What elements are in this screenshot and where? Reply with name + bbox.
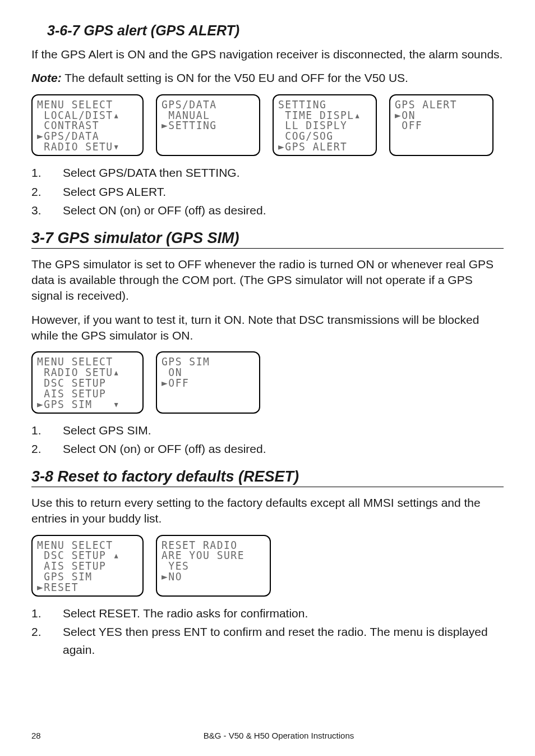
para-38: Use this to return every setting to the … bbox=[31, 495, 504, 527]
step-text: Select GPS SIM. bbox=[63, 424, 151, 437]
lcd-screen: MENU SELECT RADIO SETU▴ DSC SETUP AIS SE… bbox=[31, 351, 144, 413]
lcd-row-367: MENU SELECT LOCAL/DIST▴ CONTRAST ►GPS/DA… bbox=[31, 94, 504, 156]
step-number: 2. bbox=[31, 623, 48, 641]
steps-38: 1.Select RESET. The radio asks for confi… bbox=[31, 604, 504, 659]
step-number: 1. bbox=[31, 164, 48, 182]
step: 1.Select RESET. The radio asks for confi… bbox=[31, 604, 504, 622]
step-number: 3. bbox=[31, 201, 48, 219]
step: 2.Select YES then press ENT to confirm a… bbox=[31, 623, 504, 658]
page: 3-6-7 GPS alert (GPS ALERT) If the GPS A… bbox=[0, 0, 535, 756]
lcd-line: ►NO bbox=[162, 571, 265, 583]
steps-37: 1.Select GPS SIM. 2.Select ON (on) or OF… bbox=[31, 421, 504, 458]
step: 1.Select GPS SIM. bbox=[31, 421, 504, 439]
note-text: The default setting is ON for the V50 EU… bbox=[62, 71, 408, 84]
step-number: 2. bbox=[31, 183, 48, 201]
lcd-line: ►OFF bbox=[162, 377, 255, 389]
step-text: Select RESET. The radio asks for confirm… bbox=[63, 607, 308, 620]
step: 2.Select GPS ALERT. bbox=[31, 183, 504, 201]
step-text: Select GPS ALERT. bbox=[63, 185, 166, 198]
note-label: Note: bbox=[31, 71, 62, 84]
step: 1.Select GPS/DATA then SETTING. bbox=[31, 164, 504, 182]
step-number: 1. bbox=[31, 604, 48, 622]
lcd-screen: MENU SELECT DSC SETUP ▴ AIS SETUP GPS SI… bbox=[31, 535, 144, 597]
heading-3-7: 3-7 GPS simulator (GPS SIM) bbox=[31, 230, 504, 249]
lcd-screen: RESET RADIO ARE YOU SURE YES ►NO bbox=[156, 535, 271, 597]
para-367: If the GPS Alert is ON and the GPS navig… bbox=[31, 47, 504, 62]
lcd-screen: GPS SIM ON ►OFF bbox=[156, 351, 260, 413]
heading-3-8: 3-8 Reset to factory defaults (RESET) bbox=[31, 468, 504, 487]
footer-text: B&G - V50 & H50 Operation Instructions bbox=[54, 731, 504, 740]
step-text: Select YES then press ENT to confirm and… bbox=[63, 625, 488, 656]
para-37-1: The GPS simulator is set to OFF whenever… bbox=[31, 256, 504, 304]
lcd-line: RADIO SETU▾ bbox=[37, 141, 138, 153]
step-text: Select GPS/DATA then SETTING. bbox=[63, 166, 240, 179]
note-367: Note: The default setting is ON for the … bbox=[31, 70, 504, 86]
steps-367: 1.Select GPS/DATA then SETTING. 2.Select… bbox=[31, 164, 504, 219]
lcd-screen: GPS/DATA MANUAL ►SETTING bbox=[156, 94, 260, 156]
lcd-screen: MENU SELECT LOCAL/DIST▴ CONTRAST ►GPS/DA… bbox=[31, 94, 144, 156]
step-text: Select ON (on) or OFF (off) as desired. bbox=[63, 442, 266, 455]
lcd-line: ►SETTING bbox=[162, 120, 255, 131]
lcd-line: ►RESET bbox=[37, 581, 138, 593]
lcd-screen: SETTING TIME DISPL▴ LL DISPLY COG/SOG ►G… bbox=[273, 94, 377, 156]
lcd-line: ►GPS ALERT bbox=[278, 141, 371, 153]
step: 3.Select ON (on) or OFF (off) as desired… bbox=[31, 201, 504, 219]
heading-3-6-7: 3-6-7 GPS alert (GPS ALERT) bbox=[31, 22, 504, 39]
page-number: 28 bbox=[31, 731, 54, 740]
step-number: 1. bbox=[31, 421, 48, 439]
para-37-2: However, if you want to test it, turn it… bbox=[31, 312, 504, 344]
lcd-row-37: MENU SELECT RADIO SETU▴ DSC SETUP AIS SE… bbox=[31, 351, 504, 413]
lcd-screen: GPS ALERT ►ON OFF bbox=[389, 94, 494, 156]
step-number: 2. bbox=[31, 440, 48, 458]
lcd-line: OFF bbox=[395, 120, 488, 131]
step-text: Select ON (on) or OFF (off) as desired. bbox=[63, 204, 266, 217]
step: 2.Select ON (on) or OFF (off) as desired… bbox=[31, 440, 504, 458]
lcd-line: ►GPS SIM ▾ bbox=[37, 398, 138, 410]
lcd-row-38: MENU SELECT DSC SETUP ▴ AIS SETUP GPS SI… bbox=[31, 535, 504, 597]
page-footer: 28 B&G - V50 & H50 Operation Instruction… bbox=[31, 731, 504, 740]
